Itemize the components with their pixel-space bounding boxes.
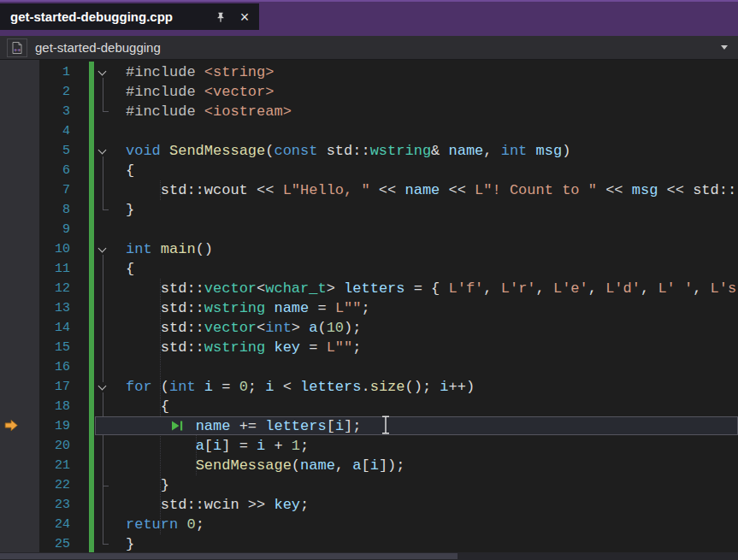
code-text: }	[126, 200, 134, 220]
code-text: SendMessage(name, a[i]);	[126, 456, 404, 475]
mouse-text-cursor-icon	[381, 416, 391, 434]
code-line-20[interactable]: 20 a[i] = i + 1;	[0, 436, 738, 456]
fold-chevron-icon[interactable]	[97, 245, 108, 255]
cpp-file-icon: ++	[7, 38, 27, 57]
line-number: 3	[39, 102, 70, 121]
code-text: a[i] = i + 1;	[126, 436, 309, 456]
line-number: 8	[39, 200, 70, 220]
fold-chevron-icon[interactable]	[97, 68, 108, 78]
line-number: 21	[39, 456, 70, 475]
code-text: {	[126, 259, 134, 279]
horizontal-scrollbar-thumb[interactable]	[0, 553, 458, 559]
line-number: 15	[39, 338, 70, 357]
code-line-4[interactable]: 4	[0, 121, 738, 141]
line-number: 6	[39, 161, 70, 180]
code-line-10[interactable]: 10int main()	[0, 239, 738, 259]
close-icon[interactable]: ×	[237, 9, 252, 25]
code-line-19[interactable]: 19 name += letters[i];	[0, 416, 738, 436]
line-number: 13	[39, 298, 70, 318]
code-line-25[interactable]: 25}	[0, 534, 738, 554]
code-text: std::wstring name = L"";	[126, 298, 370, 318]
code-text: return 0;	[126, 515, 204, 534]
code-line-8[interactable]: 8}	[0, 200, 738, 220]
code-text: int main()	[126, 239, 213, 259]
line-number: 1	[39, 62, 70, 82]
code-line-2[interactable]: 2#include <vector>	[0, 82, 738, 102]
navigation-bar: ++ get-started-debugging	[0, 36, 738, 60]
line-number: 16	[39, 357, 70, 377]
line-number: 9	[39, 220, 70, 239]
tab-title: get-started-debugging.cpp	[10, 9, 204, 24]
code-text: std::vector<wchar_t> letters = { L'f', L…	[126, 279, 736, 298]
line-number: 17	[39, 377, 70, 397]
line-number: 12	[39, 279, 70, 298]
code-line-6[interactable]: 6{	[0, 161, 738, 180]
code-line-18[interactable]: 18 {	[0, 397, 738, 416]
code-text: std::vector<int> a(10);	[126, 318, 361, 338]
line-number: 19	[39, 416, 70, 436]
chevron-down-icon[interactable]	[721, 45, 728, 50]
run-to-click-icon[interactable]	[171, 420, 184, 432]
code-text: #include <string>	[126, 62, 274, 82]
line-number: 24	[39, 515, 70, 534]
vs-code-editor-window: get-started-debugging.cpp × ++ get-start…	[0, 0, 738, 560]
horizontal-scrollbar[interactable]	[0, 552, 738, 560]
code-line-9[interactable]: 9	[0, 220, 738, 239]
line-number: 25	[39, 534, 70, 554]
svg-text:++: ++	[14, 46, 21, 53]
code-line-11[interactable]: 11{	[0, 259, 738, 279]
line-number: 22	[39, 475, 70, 495]
line-number: 5	[39, 141, 70, 161]
navbar-scope-dropdown[interactable]: get-started-debugging	[35, 40, 161, 55]
code-text: name += letters[i];	[126, 416, 361, 436]
line-number: 14	[39, 318, 70, 338]
code-line-16[interactable]: 16	[0, 357, 738, 377]
code-line-15[interactable]: 15 std::wstring key = L"";	[0, 338, 738, 357]
code-text: std::wcin >> key;	[126, 495, 309, 515]
code-text: }	[126, 534, 134, 554]
code-text: {	[126, 397, 169, 416]
code-text: }	[126, 475, 169, 495]
code-line-12[interactable]: 12 std::vector<wchar_t> letters = { L'f'…	[0, 279, 738, 298]
fold-chevron-icon[interactable]	[97, 382, 108, 392]
line-number: 7	[39, 180, 70, 200]
line-number: 4	[39, 121, 70, 141]
line-number: 18	[39, 397, 70, 416]
code-text: #include <vector>	[126, 82, 274, 102]
line-number: 23	[39, 495, 70, 515]
code-line-22[interactable]: 22 }	[0, 475, 738, 495]
code-text: {	[126, 161, 134, 180]
line-number: 11	[39, 259, 70, 279]
code-editor[interactable]: 1#include <string>2#include <vector>3#in…	[0, 60, 738, 560]
line-number: 2	[39, 82, 70, 102]
code-line-13[interactable]: 13 std::wstring name = L"";	[0, 298, 738, 318]
code-text: std::wcout << L"Hello, " << name << L"! …	[126, 180, 736, 200]
tab-bar: get-started-debugging.cpp ×	[0, 0, 738, 36]
code-text: std::wstring key = L"";	[126, 338, 361, 357]
line-number: 20	[39, 436, 70, 456]
code-line-3[interactable]: 3#include <iostream>	[0, 102, 738, 121]
current-statement-arrow-icon[interactable]	[4, 418, 19, 433]
pin-icon[interactable]	[213, 9, 228, 25]
line-number: 10	[39, 239, 70, 259]
code-line-24[interactable]: 24return 0;	[0, 515, 738, 534]
code-line-23[interactable]: 23 std::wcin >> key;	[0, 495, 738, 515]
code-line-21[interactable]: 21 SendMessage(name, a[i]);	[0, 456, 738, 475]
fold-chevron-icon[interactable]	[97, 146, 108, 156]
code-text: void SendMessage(const std::wstring& nam…	[126, 141, 570, 161]
code-text: #include <iostream>	[126, 102, 292, 121]
code-text: for (int i = 0; i < letters.size(); i++)	[126, 377, 475, 397]
code-line-7[interactable]: 7 std::wcout << L"Hello, " << name << L"…	[0, 180, 738, 200]
code-line-1[interactable]: 1#include <string>	[0, 62, 738, 82]
tab-get-started-debugging-cpp[interactable]: get-started-debugging.cpp ×	[0, 3, 259, 30]
code-line-17[interactable]: 17for (int i = 0; i < letters.size(); i+…	[0, 377, 738, 397]
code-line-14[interactable]: 14 std::vector<int> a(10);	[0, 318, 738, 338]
code-line-5[interactable]: 5void SendMessage(const std::wstring& na…	[0, 141, 738, 161]
